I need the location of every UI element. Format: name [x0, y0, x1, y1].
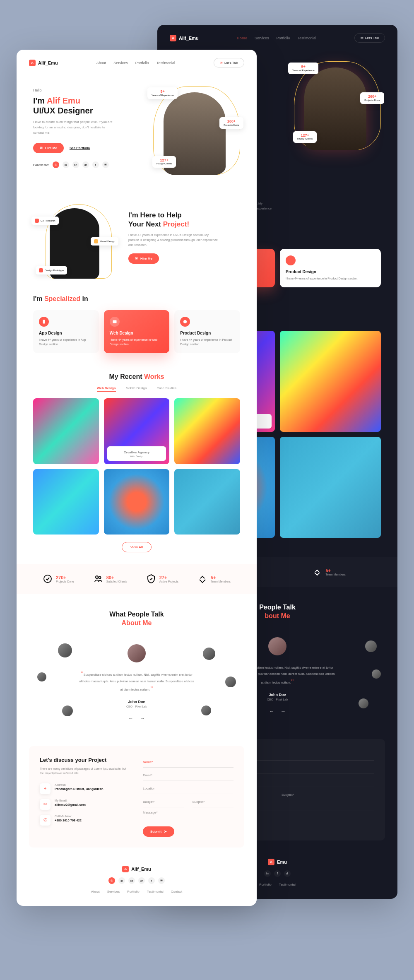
input-budget[interactable]: Budget* [143, 797, 184, 807]
contact-desc: There are many variations of passages of… [40, 766, 130, 775]
footer-link[interactable]: Contact [171, 890, 183, 893]
avatar [225, 677, 236, 687]
footer-link[interactable]: Services [107, 890, 120, 893]
avatar-main [268, 637, 286, 655]
input-name[interactable]: Name* [143, 757, 233, 768]
social-behance-icon[interactable]: be [72, 161, 79, 168]
people-icon [93, 574, 103, 584]
svg-point-2 [183, 320, 187, 323]
chip-ux-research: UX Research [31, 217, 59, 225]
next-arrow-icon[interactable]: → [281, 708, 286, 714]
social-icon[interactable]: in [264, 870, 271, 877]
hero-description: I love to create such things that people… [33, 120, 116, 135]
work-item[interactable] [33, 398, 99, 464]
hero-image: 5+Years of Experience 260+Projects Done … [149, 80, 240, 175]
svg-point-5 [99, 577, 101, 579]
avatar [365, 640, 377, 652]
nav-links: Home Services Portfolio Testimonial [237, 36, 316, 40]
brand-logo[interactable]: AAlif_Emu [29, 60, 58, 66]
stat-clients: 127+Happy Clients [293, 131, 317, 143]
footer-link[interactable]: Testimonial [147, 890, 164, 893]
brand-logo[interactable]: AAlif_Emu [170, 35, 199, 41]
handshake-icon [312, 567, 322, 577]
work-item[interactable] [174, 398, 240, 464]
footer-link[interactable]: Testimonial [279, 883, 296, 886]
social-icon[interactable]: f [148, 877, 155, 884]
chip-prototype: Design Prototype [36, 266, 67, 274]
mail-icon: ✉ [40, 799, 51, 810]
svg-point-4 [96, 576, 98, 578]
avatar [37, 672, 46, 681]
work-item[interactable]: Creative AgencyWeb Design [104, 398, 170, 464]
spec-card-app[interactable]: App DesignI have 4+ years of experience … [33, 310, 99, 353]
social-facebook-icon[interactable]: f [92, 161, 99, 168]
input-subject[interactable]: Subject* [193, 797, 234, 807]
tab-mobile[interactable]: Mobile Design [126, 386, 147, 392]
navbar: AAlif_Emu About Services Portfolio Testi… [17, 50, 257, 76]
nav-about[interactable]: About [96, 61, 106, 65]
work-item[interactable] [174, 469, 240, 535]
avatar [372, 669, 381, 679]
hero-greeting: Hello [33, 88, 141, 92]
work-item[interactable] [104, 469, 170, 535]
footer-link[interactable]: Portfolio [127, 890, 139, 893]
view-all-button[interactable]: View All [122, 542, 152, 552]
input-message[interactable]: Message* [143, 807, 233, 818]
footer-link[interactable]: Portfolio [259, 883, 271, 886]
hire-me-button[interactable]: ✉Hire Me [33, 143, 64, 153]
nav-services[interactable]: Services [113, 61, 128, 65]
social-instagram-icon[interactable]: ◎ [53, 161, 59, 168]
prev-arrow-icon[interactable]: ← [269, 708, 274, 714]
spec-card-product[interactable]: Product DesignI have 4+ years of experie… [280, 249, 381, 288]
submit-button[interactable]: Submit➤ [143, 826, 174, 837]
footer-link[interactable]: About [91, 890, 100, 893]
works-title: My Recent Works [33, 373, 240, 380]
lets-talk-button[interactable]: ✉Let's Talk [214, 58, 244, 67]
hire-me-button[interactable]: ✉Hire Me [128, 253, 159, 264]
stat-projects: 260+Projects Done [360, 92, 384, 104]
work-item[interactable] [280, 437, 381, 538]
social-icon[interactable]: be [128, 877, 135, 884]
tab-case[interactable]: Case Studies [156, 386, 176, 392]
nav-services[interactable]: Services [255, 36, 269, 40]
tab-web[interactable]: Web Design [97, 386, 116, 392]
testimonial-title: What People TalkAbout Me [33, 610, 240, 628]
spec-card-web[interactable]: Web DesignI have 4+ years of experience … [104, 310, 170, 353]
help-image: UX Research Visual Design Design Prototy… [33, 196, 116, 279]
social-dribbble-icon[interactable]: dr [82, 161, 89, 168]
testimonial-quote: Suspendisse ultrices at diam lectus null… [79, 669, 195, 694]
social-icon[interactable]: ✉ [158, 877, 165, 884]
nav-portfolio[interactable]: Portfolio [135, 61, 149, 65]
work-item[interactable] [280, 331, 381, 432]
social-mail-icon[interactable]: ✉ [102, 161, 109, 168]
nav-portfolio[interactable]: Portfolio [277, 36, 290, 40]
social-icon[interactable]: dr [284, 870, 291, 877]
hero-title: I'm Alif EmuUI/UX Designer [33, 96, 141, 116]
input-subject[interactable]: Subject* [282, 790, 374, 800]
social-icon[interactable]: f [274, 870, 281, 877]
page-light-variant: AAlif_Emu About Services Portfolio Testi… [17, 50, 257, 906]
work-item[interactable] [33, 469, 99, 535]
input-email[interactable]: Email* [143, 770, 233, 781]
send-icon: ➤ [164, 830, 167, 833]
prev-arrow-icon[interactable]: ← [128, 715, 133, 721]
nav-testimonial[interactable]: Testimonial [156, 61, 175, 65]
stat-clients: 127+Happy Clients [152, 156, 176, 168]
nav-home[interactable]: Home [237, 36, 247, 40]
see-portfolio-link[interactable]: See Portfolio [70, 146, 90, 150]
svg-rect-1 [113, 320, 116, 323]
spec-card-product[interactable]: Product DesignI have 4+ years of experie… [174, 310, 240, 353]
social-icon[interactable]: in [118, 877, 125, 884]
social-icon[interactable]: ◎ [108, 877, 115, 884]
chip-visual-design: Visual Design [91, 237, 118, 246]
social-linkedin-icon[interactable]: in [63, 161, 69, 168]
phone-icon: ✆ [40, 815, 51, 826]
nav-testimonial[interactable]: Testimonial [298, 36, 316, 40]
lets-talk-button[interactable]: ✉Let's Talk [354, 33, 385, 43]
handshake-icon [197, 574, 207, 584]
next-arrow-icon[interactable]: → [140, 715, 145, 721]
social-icon[interactable]: dr [138, 877, 145, 884]
stat-experience: 5+Years of Experience [288, 63, 318, 74]
input-location[interactable]: Location [143, 783, 233, 794]
contact-title: Let's discuss your Project [40, 757, 130, 763]
